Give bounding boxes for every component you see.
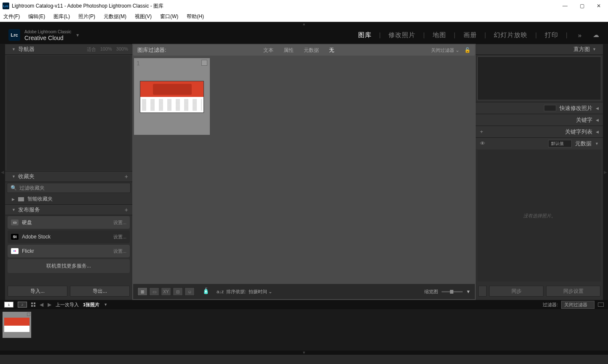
filter-tab-text[interactable]: 文本 [259, 47, 278, 54]
grid-thumbnail[interactable]: 1 [134, 58, 210, 135]
second-display-button[interactable]: 2 [18, 302, 27, 308]
zoom-fit[interactable]: 适合 [87, 46, 96, 53]
export-button[interactable]: 导出... [70, 286, 130, 297]
survey-view-icon[interactable]: ⊟ [173, 287, 183, 296]
publish-setup-link[interactable]: 设置... [113, 219, 126, 226]
breadcrumb-caret[interactable]: ▼ [104, 302, 107, 307]
module-library[interactable]: 图库 [358, 31, 372, 39]
identity-menu-caret[interactable]: ▼ [75, 33, 80, 37]
menu-photo[interactable]: 照片(P) [77, 12, 97, 21]
module-slideshow[interactable]: 幻灯片放映 [494, 31, 528, 39]
sync-button[interactable]: 同步 [489, 286, 544, 297]
filter-tab-none[interactable]: 无 [325, 47, 338, 54]
filter-tab-metadata[interactable]: 元数据 [300, 47, 323, 54]
find-more-services[interactable]: 联机查找更多服务... [8, 259, 130, 273]
chevron-left-icon: ◀ [596, 118, 599, 122]
histogram-header[interactable]: 直方图 ▼ [476, 44, 603, 55]
publish-setup-link[interactable]: 设置... [113, 234, 126, 240]
thumb-flag-icon[interactable] [201, 60, 207, 66]
keyword-list-header[interactable]: + 关键字列表 ◀ [476, 126, 603, 137]
grid-view-icon[interactable]: ⊞ [137, 287, 147, 296]
toolbar-menu-caret[interactable]: ▼ [466, 289, 471, 294]
module-book[interactable]: 画册 [463, 31, 477, 39]
sort-value-select[interactable]: 拍摄时间 ⌄ [249, 289, 272, 295]
menu-help[interactable]: 帮助(H) [185, 12, 206, 21]
publish-title: 发布服务 [18, 206, 125, 214]
thumb-flag-icon[interactable] [27, 313, 30, 316]
add-publish-icon[interactable]: + [125, 206, 128, 213]
metadata-title: 元数据 [575, 140, 592, 147]
filmstrip-header: 1 2 ◀ ▶ 上一次导入 1张照片 ▼ 过滤器: 关闭过滤器 [0, 300, 608, 309]
filmstrip-thumbnail[interactable] [3, 312, 31, 338]
menu-library[interactable]: 图库(L) [52, 12, 72, 21]
cloud-sync-icon[interactable]: ☁ [593, 31, 600, 39]
filter-off-select[interactable]: 关闭过滤器 ⌄ [431, 47, 459, 54]
module-print[interactable]: 打印 [545, 31, 558, 39]
maximize-button[interactable]: ▢ [578, 3, 586, 9]
menu-metadata[interactable]: 元数据(M) [102, 12, 128, 21]
keywords-header[interactable]: 关键字 ◀ [476, 114, 603, 126]
grid-view[interactable]: 1 [132, 56, 476, 283]
grid-toggle-icon[interactable] [31, 302, 35, 307]
chevron-down-icon: ▼ [12, 208, 16, 212]
metadata-preset-select[interactable]: 默认值 [548, 140, 572, 147]
top-panel-collapse[interactable]: ▲ [0, 22, 608, 26]
thumb-index: 1 [137, 60, 140, 67]
menu-view[interactable]: 视图(V) [133, 12, 153, 21]
filter-lock-icon[interactable]: 🔓 [464, 47, 471, 53]
navigator-preview[interactable] [7, 56, 131, 170]
identity-line1: Adobe Lightroom Classic [24, 29, 71, 35]
publish-flickr[interactable]: Flickr 设置... [8, 245, 130, 257]
filter-tab-attribute[interactable]: 属性 [279, 47, 298, 54]
right-collapse-handle[interactable]: ▶ [603, 44, 608, 300]
chevron-right-icon: ▶ [12, 197, 15, 201]
center-area: 图库过滤器: 文本 属性 元数据 无 关闭过滤器 ⌄ 🔓 1 ⊞ ▭ XY ⊟ … [132, 44, 476, 300]
loupe-view-icon[interactable]: ▭ [149, 287, 159, 296]
nav-forward-icon[interactable]: ▶ [48, 302, 51, 308]
publish-adobestock[interactable]: St Adobe Stock 设置... [8, 230, 130, 243]
chevron-left-icon: ◀ [596, 106, 599, 110]
import-button[interactable]: 导入... [8, 286, 67, 297]
filmstrip[interactable] [0, 309, 608, 351]
people-view-icon[interactable]: ☺ [185, 287, 195, 296]
app-icon: Lrc [3, 3, 9, 9]
publish-label: 硬盘 [22, 219, 110, 226]
add-collection-icon[interactable]: + [125, 173, 128, 180]
close-button[interactable]: ✕ [595, 3, 603, 9]
thumbnail-size-slider[interactable] [442, 291, 463, 292]
module-develop[interactable]: 修改照片 [388, 31, 415, 39]
zoom-300[interactable]: 300% [116, 46, 128, 53]
metadata-header[interactable]: 👁 默认值 元数据 ▼ [476, 137, 603, 149]
filmstrip-source[interactable]: 上一次导入 [56, 302, 79, 308]
nav-back-icon[interactable]: ◀ [40, 302, 43, 308]
menu-file[interactable]: 文件(F) [2, 12, 21, 21]
minimize-button[interactable]: — [561, 3, 569, 9]
quick-develop-header[interactable]: 快速修改照片 ◀ [476, 102, 603, 114]
module-overflow[interactable]: » [578, 32, 582, 39]
sync-toggle[interactable] [478, 286, 487, 297]
collections-filter-input[interactable]: 🔍 过滤收藏夹 [7, 183, 131, 193]
left-collapse-handle[interactable]: ◀ [0, 44, 5, 300]
sort-label: 排序依据: [226, 289, 246, 295]
smart-collections-row[interactable]: ▶ 智能收藏夹 [5, 194, 132, 204]
eye-icon[interactable]: 👁 [480, 140, 485, 147]
collections-header[interactable]: ▼ 收藏夹 + [5, 171, 132, 182]
module-map[interactable]: 地图 [433, 31, 446, 39]
sync-settings-button[interactable]: 同步设置 [546, 286, 600, 297]
menu-edit[interactable]: 编辑(E) [27, 12, 47, 21]
zoom-100[interactable]: 100% [100, 46, 112, 53]
publish-setup-link[interactable]: 设置... [113, 248, 126, 254]
add-keyword-icon[interactable]: + [480, 128, 483, 135]
filmstrip-filter-select[interactable]: 关闭过滤器 [561, 301, 595, 309]
painter-tool-icon[interactable]: 🧴 [202, 287, 209, 296]
publish-header[interactable]: ▼ 发布服务 + [5, 204, 132, 215]
menu-window[interactable]: 窗口(W) [158, 12, 180, 21]
bottom-panel-collapse[interactable]: ▼ [0, 351, 608, 355]
sort-direction-icon[interactable]: a↓z [217, 289, 224, 294]
compare-view-icon[interactable]: XY [161, 287, 171, 296]
quick-dev-preset-select[interactable] [544, 105, 556, 111]
publish-harddrive[interactable]: ▭ 硬盘 设置... [8, 216, 130, 229]
navigator-header[interactable]: ▼ 导航器 适合 100% 300% [5, 44, 132, 55]
main-display-button[interactable]: 1 [4, 302, 13, 308]
filmstrip-filter-switch[interactable] [598, 302, 604, 307]
